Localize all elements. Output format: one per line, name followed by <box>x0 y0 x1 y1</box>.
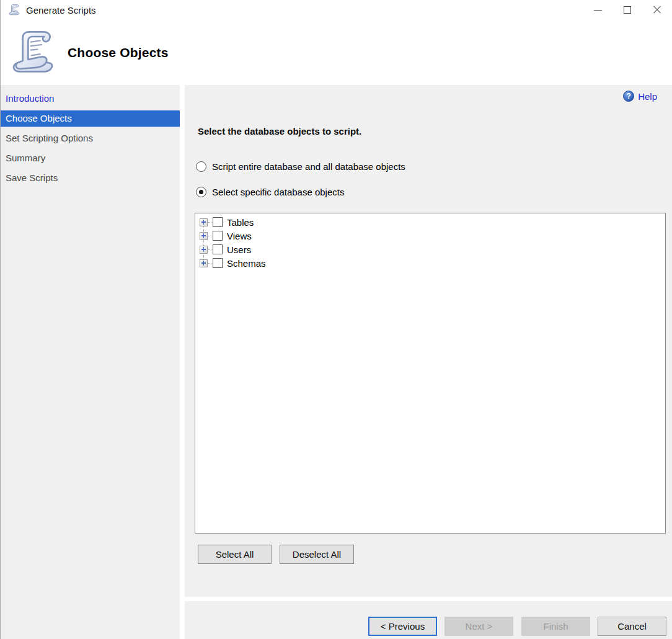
object-tree-listbox[interactable]: Tables Views Users <box>195 213 666 534</box>
checkbox-schemas[interactable] <box>213 258 223 268</box>
sidebar-item-save-scripts[interactable]: Save Scripts <box>1 170 180 186</box>
radio-button-icon-selected[interactable] <box>196 187 206 197</box>
tree-item-label: Views <box>227 231 252 241</box>
sidebar-item-introduction[interactable]: Introduction <box>1 91 180 107</box>
deselect-all-button[interactable]: Deselect All <box>280 545 354 564</box>
maximize-icon <box>624 6 631 14</box>
minimize-button[interactable] <box>583 0 612 20</box>
tree-connector-dots <box>208 236 211 236</box>
radio-label: Script entire database and all database … <box>212 161 405 172</box>
window-controls <box>583 0 672 20</box>
expand-plus-icon[interactable] <box>200 232 208 240</box>
tree-connector-dots <box>208 249 211 250</box>
page-instruction: Select the database objects to script. <box>198 126 361 136</box>
tree-item-label: Schemas <box>227 258 266 269</box>
content: Introduction Choose Objects Set Scriptin… <box>1 85 672 639</box>
vertical-divider <box>180 85 185 639</box>
list-action-buttons: Select All Deselect All <box>198 545 354 564</box>
page-title: Choose Objects <box>68 45 169 60</box>
previous-button[interactable]: < Previous <box>368 617 437 636</box>
sidebar-item-choose-objects[interactable]: Choose Objects <box>1 110 180 127</box>
select-all-button[interactable]: Select All <box>198 545 272 564</box>
footer-bar: < Previous Next > Finish Cancel <box>185 601 672 639</box>
window-title: Generate Scripts <box>26 5 96 16</box>
close-button[interactable] <box>642 0 672 20</box>
tree-item-tables[interactable]: Tables <box>195 215 665 229</box>
checkbox-views[interactable] <box>213 231 223 241</box>
expand-plus-icon[interactable] <box>200 246 208 254</box>
tree-item-users[interactable]: Users <box>195 243 665 256</box>
title-bar: Generate Scripts <box>1 0 672 20</box>
radio-label: Select specific database objects <box>212 187 344 197</box>
help-label: Help <box>638 91 657 102</box>
minimize-icon <box>594 10 602 11</box>
radio-script-entire-database[interactable]: Script entire database and all database … <box>196 161 405 172</box>
wizard-steps-sidebar: Introduction Choose Objects Set Scriptin… <box>1 85 180 639</box>
tree-item-label: Users <box>227 244 251 255</box>
checkbox-tables[interactable] <box>213 217 223 227</box>
help-link[interactable]: ? Help <box>623 91 657 102</box>
footer-separator <box>185 597 672 601</box>
script-scroll-icon <box>8 4 20 16</box>
cancel-button[interactable]: Cancel <box>598 617 666 636</box>
next-button[interactable]: Next > <box>444 617 513 636</box>
radio-select-specific-objects[interactable]: Select specific database objects <box>196 187 344 197</box>
tree-item-views[interactable]: Views <box>195 229 665 243</box>
wizard-header: Choose Objects <box>1 20 672 85</box>
main-panel: ? Help Select the database objects to sc… <box>185 85 672 639</box>
close-icon <box>653 6 661 14</box>
expand-plus-icon[interactable] <box>200 218 208 226</box>
sidebar-item-set-scripting-options[interactable]: Set Scripting Options <box>1 130 180 146</box>
script-scroll-icon <box>9 28 58 78</box>
tree-item-label: Tables <box>227 217 254 228</box>
tree-connector-dots <box>208 263 211 264</box>
sidebar-item-summary[interactable]: Summary <box>1 150 180 166</box>
finish-button[interactable]: Finish <box>521 617 590 636</box>
tree-connector-dots <box>208 222 211 223</box>
tree-item-schemas[interactable]: Schemas <box>195 256 665 270</box>
radio-button-icon[interactable] <box>196 161 206 172</box>
checkbox-users[interactable] <box>213 244 223 254</box>
generate-scripts-window: Generate Scripts Choose Objects <box>0 0 672 639</box>
help-icon: ? <box>623 91 634 102</box>
maximize-button[interactable] <box>612 0 642 20</box>
expand-plus-icon[interactable] <box>200 259 208 267</box>
